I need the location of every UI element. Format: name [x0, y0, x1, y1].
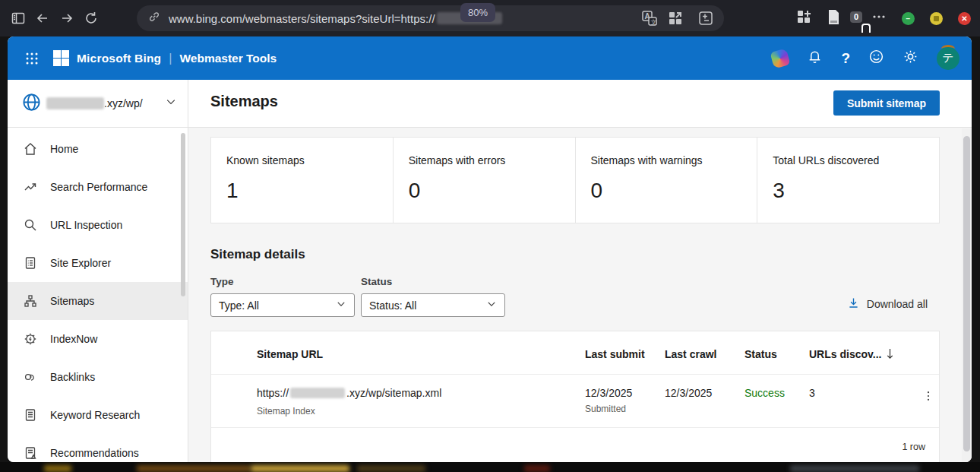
notifications-bell-icon[interactable]	[807, 49, 823, 68]
window-maximize-button[interactable]	[930, 12, 943, 25]
url-text: www.bing.com/webmasters/sitemaps?siteUrl…	[169, 12, 435, 25]
sitemap-icon	[23, 293, 38, 309]
app-header: Microsoft Bing | Webmaster Tools ? テ	[8, 36, 972, 80]
reader-settings-icon[interactable]	[697, 10, 714, 30]
stats-cards: Known sitemaps 1 Sitemaps with errors 0 …	[210, 137, 940, 223]
waffle-menu-icon[interactable]	[18, 45, 46, 72]
sidebar-item-search-performance[interactable]: Search Performance	[8, 168, 188, 206]
feedback-smiley-icon[interactable]	[868, 49, 884, 68]
sidebar-item-sitemaps[interactable]: Sitemaps	[8, 282, 188, 320]
help-icon[interactable]: ?	[841, 50, 850, 67]
redacted-site-name	[46, 97, 104, 109]
keyword-research-icon	[23, 407, 38, 423]
sidebar-item-indexnow[interactable]: IndexNow	[8, 320, 188, 358]
forward-icon[interactable]	[55, 6, 79, 30]
last-submit-cell: 12/3/2025	[585, 387, 632, 399]
sitemap-details-heading: Sitemap details	[210, 247, 305, 262]
main-content: Sitemaps Submit sitemap Known sitemaps 1…	[188, 80, 972, 462]
row-menu-icon[interactable]	[918, 385, 939, 407]
translate-icon[interactable]: A文	[640, 9, 659, 30]
column-header-last-submit[interactable]: Last submit	[585, 348, 645, 360]
sidebar-item-url-inspection[interactable]: URL Inspection	[8, 206, 188, 244]
chevron-down-icon	[486, 299, 497, 312]
desktop-background-strip	[0, 462, 980, 472]
last-crawl-cell: 12/3/2025	[665, 387, 712, 399]
browser-menu-icon[interactable]	[871, 9, 887, 27]
brand-name[interactable]: Microsoft Bing	[77, 52, 161, 65]
brand-separator: |	[169, 52, 172, 65]
column-header-status[interactable]: Status	[744, 348, 777, 360]
site-domain-suffix: .xyz/wp/	[104, 97, 143, 109]
extension-badge: 0	[850, 11, 862, 23]
svg-text:文: 文	[651, 19, 657, 26]
header-actions: ? テ	[772, 36, 959, 80]
table-row[interactable]: https:// .xyz/wp/sitemap.xml Sitemap Ind…	[211, 375, 939, 428]
stat-total-urls-discovered: Total URLs discovered 3	[757, 138, 939, 223]
row-count: 1 row	[902, 442, 925, 452]
sort-descending-icon[interactable]	[884, 347, 896, 363]
product-name[interactable]: Webmaster Tools	[179, 52, 277, 65]
column-header-urls-discovered[interactable]: URLs discov...	[809, 348, 881, 360]
home-icon	[23, 141, 38, 157]
backlinks-chain-icon	[23, 369, 38, 385]
sidebar-item-keyword-research[interactable]: Keyword Research	[8, 396, 188, 434]
chrome-action-icons: 0 − ✕	[796, 0, 971, 36]
address-bar[interactable]: www.bing.com/webmasters/sitemaps?siteUrl…	[137, 5, 724, 31]
trend-chart-icon	[23, 179, 38, 195]
sidebar-item-backlinks[interactable]: Backlinks	[8, 358, 188, 396]
status-filter-label: Status	[361, 276, 392, 287]
globe-icon	[21, 92, 42, 116]
download-all-button[interactable]: Download all	[847, 296, 928, 312]
settings-gear-icon[interactable]	[903, 49, 918, 68]
microsoft-logo-icon	[53, 50, 69, 66]
stat-known-sitemaps: Known sitemaps 1	[211, 138, 394, 223]
table-footer: 1 row	[211, 428, 939, 462]
submit-status-label: Submitted	[585, 404, 626, 414]
back-icon[interactable]	[30, 6, 55, 30]
urls-discovered-cell: 3	[809, 387, 815, 399]
extensions-icon[interactable]	[796, 9, 811, 27]
sidebar-scrollbar-thumb[interactable]	[181, 133, 185, 296]
reload-icon[interactable]	[79, 6, 103, 30]
user-avatar[interactable]: テ	[937, 47, 959, 70]
browser-toolbar: www.bing.com/webmasters/sitemaps?siteUrl…	[0, 0, 980, 36]
sidebar-scrollbar[interactable]	[180, 130, 186, 462]
status-badge: Success	[744, 387, 785, 399]
sitemap-type-label: Sitemap Index	[257, 406, 315, 417]
copilot-icon[interactable]	[770, 48, 791, 68]
column-header-last-crawl[interactable]: Last crawl	[665, 348, 716, 360]
window-close-button[interactable]: ✕	[958, 12, 971, 25]
redacted-domain	[290, 388, 345, 398]
sidebar: .xyz/wp/ Home Search Performance URL Ins…	[8, 80, 188, 462]
submit-sitemap-button[interactable]: Submit sitemap	[833, 90, 940, 116]
chevron-down-icon	[336, 299, 346, 312]
sidebar-item-recommendations[interactable]: Recommendations	[8, 434, 188, 462]
type-filter-dropdown[interactable]: Type: All	[210, 293, 355, 317]
column-header-sitemap-url[interactable]: Sitemap URL	[257, 348, 323, 360]
sidebar-item-home[interactable]: Home	[8, 130, 188, 168]
recommendations-icon	[23, 445, 38, 461]
window-minimize-button[interactable]: −	[902, 12, 915, 25]
sidebar-toggle-icon[interactable]	[6, 6, 30, 30]
main-scrollbar-thumb[interactable]	[963, 136, 970, 451]
status-filter-dropdown[interactable]: Status: All	[361, 293, 505, 317]
page-title: Sitemaps	[210, 93, 278, 110]
sitemap-url-cell[interactable]: https:// .xyz/wp/sitemap.xml	[257, 387, 441, 399]
sidebar-nav: Home Search Performance URL Inspection S…	[8, 130, 188, 462]
webmaster-tools-window: Microsoft Bing | Webmaster Tools ? テ	[8, 36, 972, 462]
type-filter-label: Type	[210, 276, 234, 287]
main-scrollbar[interactable]	[962, 128, 972, 462]
table-header-row: Sitemap URL Last submit Last crawl Statu…	[211, 331, 939, 375]
site-explorer-icon	[23, 255, 38, 271]
indexnow-gear-icon	[23, 331, 38, 347]
zoom-level-badge[interactable]: 80%	[460, 3, 495, 22]
stat-sitemaps-with-errors: Sitemaps with errors 0	[394, 138, 576, 223]
site-selector[interactable]: .xyz/wp/	[8, 80, 188, 128]
document-extension-icon[interactable]	[827, 9, 841, 28]
sidebar-item-site-explorer[interactable]: Site Explorer	[8, 244, 188, 282]
magnifier-icon	[23, 217, 38, 233]
page-header: Sitemaps Submit sitemap	[188, 80, 972, 128]
sitemaps-table: Sitemap URL Last submit Last crawl Statu…	[210, 331, 940, 462]
apps-launcher-icon[interactable]	[667, 10, 684, 30]
stat-sitemaps-with-warnings: Sitemaps with warnings 0	[576, 138, 758, 223]
